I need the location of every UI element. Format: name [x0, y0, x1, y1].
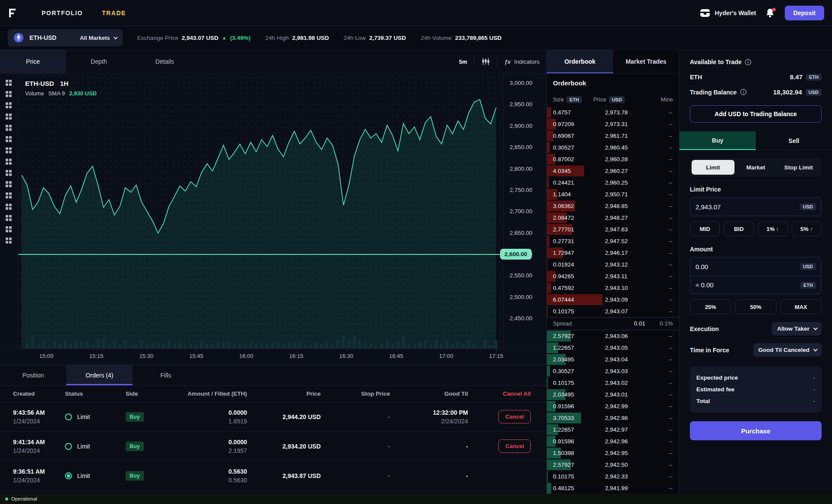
- order-type-limit[interactable]: Limit: [692, 160, 734, 175]
- bid-row[interactable]: 3.705332,942.98–: [547, 412, 679, 424]
- cancel-order-button[interactable]: Cancel: [498, 410, 531, 423]
- indicators-button[interactable]: ƒx Indicators: [504, 59, 540, 65]
- buy-tab[interactable]: Buy: [679, 131, 756, 150]
- ask-row[interactable]: 0.101752,943.07–: [547, 306, 679, 317]
- ask-row[interactable]: 0.47572,973.78–: [547, 107, 679, 118]
- draw-tool-icon[interactable]: [6, 226, 12, 233]
- draw-tool-icon[interactable]: [6, 215, 12, 221]
- draw-tool-icon[interactable]: [6, 159, 12, 165]
- order-type-stop-limit[interactable]: Stop Limit: [777, 160, 820, 175]
- amount-shortcut-25[interactable]: 25%: [690, 299, 731, 314]
- bid-row[interactable]: 1.503982,942.95–: [547, 447, 679, 459]
- nav-tab-trade[interactable]: TRADE: [102, 10, 126, 16]
- amount-inputs: 0.00 USD ≈ 0.00 ETH: [690, 257, 822, 294]
- ask-row[interactable]: 0.019242,943.12–: [547, 259, 679, 270]
- price-shortcut-5[interactable]: 5% ↑: [792, 221, 822, 236]
- bid-row[interactable]: 2.034952,943.04–: [547, 354, 679, 365]
- bid-row[interactable]: 2.034952,943.01–: [547, 389, 679, 400]
- draw-tool-icon[interactable]: [6, 125, 12, 131]
- bid-row[interactable]: 1.226572,943.05–: [547, 342, 679, 354]
- execution-select[interactable]: Allow Taker: [772, 322, 822, 335]
- market-selector[interactable]: ETH-USD All Markets: [8, 29, 123, 46]
- price-shortcut-bid[interactable]: BID: [724, 221, 754, 236]
- orders-tab-orders-[interactable]: Orders (4): [66, 365, 133, 385]
- ask-row[interactable]: 0.942652,943.11–: [547, 270, 679, 282]
- order-type-segmented: LimitMarketStop Limit: [690, 158, 822, 176]
- ask-row[interactable]: 4.03452,960.27–: [547, 165, 679, 177]
- candlestick-style-button[interactable]: [481, 58, 490, 65]
- y-axis-tick: 3,000.00: [510, 80, 533, 86]
- notifications-button[interactable]: [766, 8, 775, 18]
- ask-row[interactable]: 1.14042,950.71–: [547, 189, 679, 200]
- ask-row[interactable]: 0.244212,960.25–: [547, 177, 679, 189]
- ask-row[interactable]: 0.475922,943.10–: [547, 282, 679, 294]
- all-markets-dropdown[interactable]: All Markets: [80, 35, 116, 41]
- cancel-order-button[interactable]: Cancel: [498, 439, 531, 453]
- ask-row[interactable]: 2.084722,948.27–: [547, 212, 679, 224]
- ask-row[interactable]: 0.972092,973.31–: [547, 118, 679, 130]
- amount-usd-input[interactable]: 0.00 USD: [690, 257, 821, 276]
- draw-tool-icon[interactable]: [6, 91, 12, 98]
- cancel-all-button[interactable]: Cancel All: [477, 390, 546, 397]
- brand-logo-icon[interactable]: [8, 8, 25, 18]
- chart-tab-depth[interactable]: Depth: [66, 50, 132, 73]
- amount-shortcut-50[interactable]: 50%: [735, 299, 776, 314]
- price-shortcut-mid[interactable]: MID: [690, 221, 720, 236]
- sell-tab[interactable]: Sell: [756, 131, 832, 150]
- tab-orderbook[interactable]: Orderbook: [547, 50, 613, 73]
- chart-tab-details[interactable]: Details: [132, 50, 198, 73]
- limit-price-input[interactable]: 2,943.07 USD: [690, 197, 822, 216]
- order-row[interactable]: 9:43:56 AM1/24/2024LimitBuy0.00001.85192…: [0, 402, 546, 432]
- purchase-button[interactable]: Purchase: [690, 421, 822, 440]
- draw-tool-icon[interactable]: [6, 181, 12, 188]
- bid-row[interactable]: 1.226572,942.97–: [547, 424, 679, 436]
- ask-row[interactable]: 2.777012,947.63–: [547, 224, 679, 235]
- price-shortcut-1[interactable]: 1% ↑: [758, 221, 788, 236]
- draw-tool-icon[interactable]: [6, 147, 12, 154]
- draw-tool-icon[interactable]: [6, 192, 12, 199]
- info-icon[interactable]: [740, 89, 747, 95]
- draw-tool-icon[interactable]: [6, 136, 12, 143]
- deposit-button[interactable]: Deposit: [785, 6, 824, 20]
- timeframe-button[interactable]: 5m: [459, 59, 467, 65]
- ask-row[interactable]: 0.870022,960.28–: [547, 153, 679, 165]
- notification-badge: [772, 8, 776, 11]
- reference-price-line[interactable]: [18, 254, 503, 255]
- ask-row[interactable]: 1.729472,946.17–: [547, 247, 679, 259]
- bid-row[interactable]: 2.579272,943.06–: [547, 330, 679, 342]
- amount-eth-input[interactable]: ≈ 0.00 ETH: [690, 276, 821, 294]
- nav-tab-portfolio[interactable]: PORTFOLIO: [42, 10, 83, 16]
- draw-tool-icon[interactable]: [6, 204, 12, 210]
- bid-row[interactable]: 0.305272,943.03–: [547, 365, 679, 377]
- ask-row[interactable]: 0.690672,961.71–: [547, 130, 679, 142]
- order-row[interactable]: 9:41:34 AM1/24/2024LimitBuy0.00002.19572…: [0, 432, 546, 461]
- draw-tool-icon[interactable]: [6, 114, 12, 120]
- bid-row[interactable]: 0.101752,943.02–: [547, 377, 679, 389]
- tab-market-trades[interactable]: Market Trades: [613, 50, 679, 73]
- ask-row[interactable]: 6.074442,943.09–: [547, 294, 679, 306]
- draw-tool-icon[interactable]: [6, 102, 12, 109]
- price-chart[interactable]: ETH-USD 1H Volume SMA 9 2,930 USD 2,600.…: [0, 74, 546, 349]
- draw-tool-icon[interactable]: [6, 80, 12, 86]
- draw-tool-icon[interactable]: [6, 170, 12, 176]
- orders-tab-position[interactable]: Position: [0, 365, 66, 385]
- amount-shortcut-max[interactable]: MAX: [780, 299, 822, 314]
- info-icon[interactable]: [745, 59, 751, 65]
- ask-row[interactable]: 0.305272,960.45–: [547, 142, 679, 153]
- add-usd-button[interactable]: Add USD to Trading Balance: [690, 105, 822, 123]
- order-type-market[interactable]: Market: [734, 160, 777, 175]
- chart-tab-price[interactable]: Price: [0, 50, 66, 73]
- orders-tab-fills[interactable]: Fills: [133, 365, 199, 385]
- ask-row[interactable]: 0.277312,947.52–: [547, 235, 679, 247]
- draw-tool-icon[interactable]: [6, 237, 12, 244]
- ask-row[interactable]: 3.063622,948.85–: [547, 200, 679, 212]
- bid-row[interactable]: 0.481252,941.99–: [547, 482, 679, 494]
- chart-plot-area[interactable]: ETH-USD 1H Volume SMA 9 2,930 USD: [18, 74, 503, 348]
- wallet-menu[interactable]: Hyder's Wallet: [700, 9, 756, 17]
- bid-row[interactable]: 2.579272,942.50–: [547, 459, 679, 471]
- order-row[interactable]: 9:36:51 AM1/24/2024LimitBuy0.56300.56302…: [0, 461, 546, 491]
- bid-row[interactable]: 0.101752,942.33–: [547, 471, 679, 482]
- time-in-force-select[interactable]: Good Til Canceled: [753, 343, 822, 357]
- bid-row[interactable]: 0.915962,942.96–: [547, 436, 679, 447]
- bid-row[interactable]: 0.915962,942.99–: [547, 400, 679, 412]
